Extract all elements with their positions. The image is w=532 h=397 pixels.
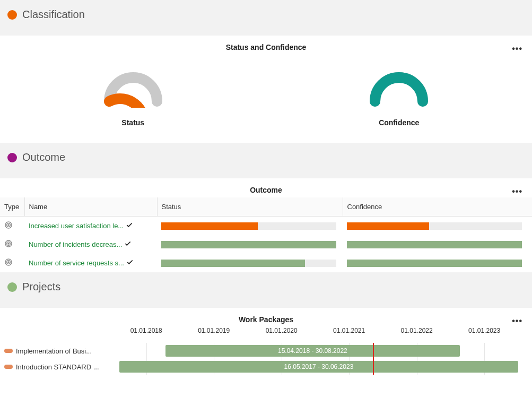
- section-dot-icon: [7, 10, 17, 20]
- status-cell: [157, 235, 343, 254]
- check-icon: [126, 221, 133, 230]
- status-cell: [157, 217, 343, 236]
- gauge-confidence-svg: [367, 71, 431, 108]
- status-cell: [157, 254, 343, 272]
- work-packages-panel: Work Packages ••• 01.01.201801.01.201901…: [0, 308, 532, 380]
- table-row: Increased user satisfaction le...: [0, 217, 532, 236]
- axis-tick: 01.01.2023: [468, 327, 500, 334]
- table-row: Number of service requests s...: [0, 254, 532, 272]
- row-bars: 16.05.2017 - 30.06.2023: [119, 359, 527, 375]
- col-header-status[interactable]: Status: [157, 197, 343, 217]
- row-label-text: Introduction STANDARD ...: [16, 363, 99, 371]
- type-cell: [0, 254, 24, 272]
- gauge-label: Confidence: [319, 118, 478, 127]
- status-bar-fill: [161, 260, 305, 267]
- section-dot-icon: [7, 153, 17, 162]
- target-icon: [4, 221, 13, 231]
- axis-tick: 01.01.2021: [333, 327, 365, 334]
- gauge-label: Status: [54, 118, 213, 127]
- row-pill-icon: [4, 349, 13, 353]
- col-header-type[interactable]: Type: [0, 197, 24, 217]
- outcome-link[interactable]: Increased user satisfaction le...: [29, 222, 124, 230]
- svg-point-5: [8, 243, 9, 244]
- panel-title: Work Packages: [0, 308, 532, 327]
- outcome-panel: Outcome ••• Type Name Status Confidence …: [0, 178, 532, 272]
- axis-tick: 01.01.2022: [401, 327, 433, 334]
- outcome-table: Type Name Status Confidence Increased us…: [0, 197, 532, 272]
- status-confidence-panel: Status and Confidence ••• Status Confide…: [0, 36, 532, 143]
- more-icon[interactable]: •••: [512, 316, 522, 326]
- name-cell: Number of service requests s...: [24, 254, 157, 272]
- confidence-bar-fill: [347, 260, 522, 267]
- check-icon: [126, 258, 134, 267]
- col-header-name[interactable]: Name: [24, 197, 157, 217]
- outcome-link[interactable]: Number of service requests s...: [29, 259, 124, 267]
- svg-point-8: [8, 262, 9, 263]
- name-cell: Increased user satisfaction le...: [24, 217, 157, 236]
- panel-title: Status and Confidence: [0, 36, 532, 55]
- confidence-cell: [343, 235, 532, 254]
- row-label-text: Implementation of Busi...: [16, 347, 92, 355]
- more-icon[interactable]: •••: [512, 187, 522, 196]
- section-dot-icon: [7, 282, 17, 292]
- col-header-confidence[interactable]: Confidence: [343, 197, 532, 217]
- row-bars: 15.04.2018 - 30.08.2022: [119, 343, 527, 359]
- confidence-bar: [347, 241, 522, 248]
- check-icon: [124, 240, 132, 249]
- panel-title: Outcome: [0, 178, 532, 197]
- section-header-classification: Classification: [0, 0, 532, 36]
- gantt-bar[interactable]: 16.05.2017 - 30.06.2023: [119, 361, 518, 373]
- timeline-row: Implementation of Busi...15.04.2018 - 30…: [0, 343, 532, 359]
- timeline-axis: 01.01.201801.01.201901.01.202001.01.2021…: [119, 327, 527, 343]
- confidence-cell: [343, 254, 532, 272]
- status-bar: [161, 222, 336, 230]
- status-bar-fill: [161, 241, 336, 248]
- section-title: Classification: [22, 8, 85, 21]
- timeline-row-label[interactable]: Introduction STANDARD ...: [0, 363, 119, 371]
- gauge-status-svg: [101, 71, 165, 108]
- status-bar: [161, 241, 336, 248]
- section-header-outcome: Outcome: [0, 143, 532, 178]
- timeline-row: Introduction STANDARD ...16.05.2017 - 30…: [0, 359, 532, 375]
- row-pill-icon: [4, 365, 13, 369]
- outcome-link[interactable]: Number of incidents decreas...: [29, 240, 122, 248]
- section-title: Outcome: [22, 151, 65, 163]
- target-icon: [4, 258, 13, 268]
- section-title: Projects: [22, 281, 60, 293]
- timeline-row-label[interactable]: Implementation of Busi...: [0, 347, 119, 355]
- gauge-confidence: Confidence: [319, 71, 478, 127]
- confidence-cell: [343, 217, 532, 236]
- axis-tick: 01.01.2020: [266, 327, 298, 334]
- status-bar: [161, 260, 336, 267]
- svg-point-2: [8, 225, 9, 226]
- name-cell: Number of incidents decreas...: [24, 235, 157, 254]
- type-cell: [0, 235, 24, 254]
- table-row: Number of incidents decreas...: [0, 235, 532, 254]
- section-header-projects: Projects: [0, 272, 532, 308]
- confidence-bar: [347, 260, 522, 267]
- status-bar-fill: [161, 222, 258, 230]
- gauge-status: Status: [54, 71, 213, 127]
- gauges-row: Status Confidence: [0, 55, 532, 143]
- type-cell: [0, 217, 24, 236]
- more-icon[interactable]: •••: [512, 44, 522, 54]
- confidence-bar-fill: [347, 241, 522, 248]
- target-icon: [4, 239, 13, 249]
- timeline-body: Implementation of Busi...15.04.2018 - 30…: [0, 343, 532, 375]
- gantt-bar[interactable]: 15.04.2018 - 30.08.2022: [165, 345, 460, 357]
- confidence-bar-fill: [347, 222, 429, 230]
- axis-tick: 01.01.2018: [130, 327, 162, 334]
- axis-tick: 01.01.2019: [198, 327, 230, 334]
- confidence-bar: [347, 222, 522, 230]
